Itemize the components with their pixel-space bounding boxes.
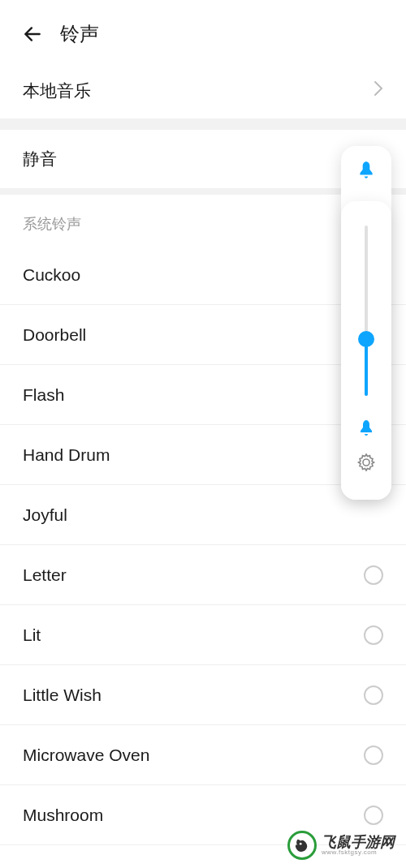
ringtone-name: Cuckoo (23, 265, 80, 285)
mute-label: 静音 (23, 148, 57, 170)
watermark-sub: www.fsktgsy.com (322, 849, 395, 856)
watermark-logo (287, 831, 317, 860)
volume-mode-button[interactable] (341, 146, 391, 195)
chevron-right-icon (374, 80, 383, 101)
ringtone-name: Little Wish (23, 685, 102, 705)
svg-point-0 (300, 843, 302, 845)
volume-panel (341, 146, 391, 500)
page-title: 铃声 (60, 21, 99, 47)
ringtone-item[interactable]: Little Wish (0, 665, 406, 725)
arrow-left-icon (22, 24, 43, 45)
gear-icon (356, 453, 376, 472)
watermark-main: 飞鼠手游网 (322, 835, 395, 849)
ringtone-name: Doorbell (23, 325, 86, 345)
ringtone-name: Mushroom (23, 806, 103, 825)
watermark-text: 飞鼠手游网 www.fsktgsy.com (322, 835, 395, 856)
volume-slider-thumb[interactable] (358, 331, 374, 347)
ringtone-name: Microwave Oven (23, 746, 149, 765)
ringtone-name: Lit (23, 625, 41, 645)
radio-button[interactable] (364, 806, 383, 825)
volume-slider-fill (365, 341, 368, 396)
ringtone-name: Joyful (23, 505, 67, 525)
system-ringtone-header: 系统铃声 (23, 214, 383, 234)
local-music-row[interactable]: 本地音乐 (0, 63, 406, 118)
ringtone-item[interactable]: Microwave Oven (0, 725, 406, 785)
ringtone-name: Flash (23, 385, 64, 405)
radio-button[interactable] (364, 746, 383, 765)
back-button[interactable] (21, 23, 44, 45)
divider (0, 118, 406, 130)
radio-button[interactable] (364, 625, 383, 645)
radio-button[interactable] (364, 565, 383, 585)
volume-settings-button[interactable] (356, 453, 376, 475)
bell-icon (356, 160, 377, 181)
bell-icon (356, 419, 376, 438)
radio-button[interactable] (364, 685, 383, 705)
ringtone-name: Hand Drum (23, 445, 110, 465)
volume-slider[interactable] (365, 226, 368, 396)
volume-slider-container (341, 201, 391, 500)
ringtone-name: Letter (23, 565, 67, 585)
header: 铃声 (0, 0, 406, 63)
local-music-label: 本地音乐 (23, 79, 91, 102)
ringtone-item[interactable]: Letter (0, 545, 406, 605)
mouse-icon (293, 836, 311, 854)
watermark: 飞鼠手游网 www.fsktgsy.com (287, 831, 395, 860)
ring-mode-button[interactable] (356, 419, 376, 441)
ringtone-item[interactable]: Lit (0, 605, 406, 665)
